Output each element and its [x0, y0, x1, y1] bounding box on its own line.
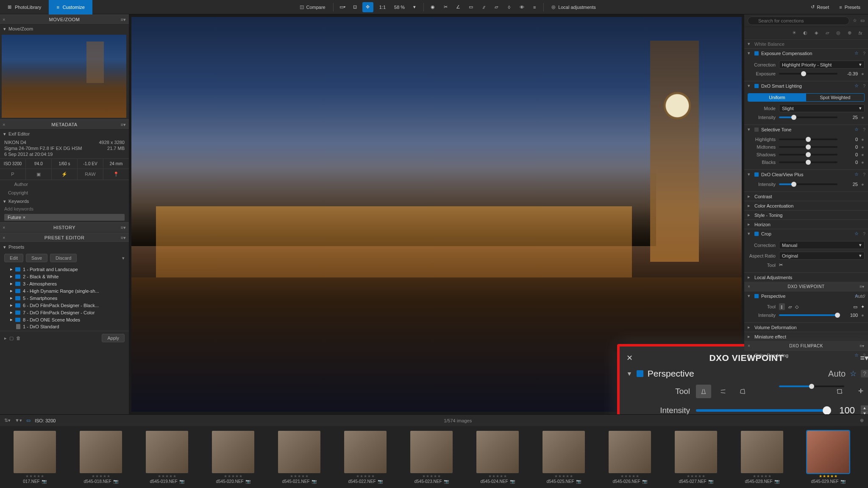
favorite-icon[interactable]: ☆: [854, 231, 859, 236]
rendering-intensity-slider[interactable]: [779, 385, 844, 387]
reset-icon[interactable]: ●: [861, 71, 865, 76]
remove-tag-icon[interactable]: ×: [23, 215, 25, 220]
keywords-header[interactable]: ▾Keywords: [0, 197, 129, 205]
highlights-slider[interactable]: [779, 139, 837, 140]
smart-lighting-header[interactable]: ▾DxO Smart Lighting☆?: [744, 81, 868, 90]
presets-button[interactable]: ≡Presets: [835, 2, 865, 12]
thumbnail[interactable]: ★★★★★d545-019.NEF📷: [136, 431, 198, 484]
horizon-tool-icon[interactable]: ∠: [453, 2, 464, 12]
favorite-icon[interactable]: ☆: [854, 83, 859, 89]
close-icon[interactable]: ×: [3, 122, 6, 127]
lighting-mode-segment[interactable]: UniformSpot Weighted: [748, 93, 865, 102]
step-down[interactable]: ▼: [861, 411, 868, 415]
preset-folder[interactable]: ▸1 - Portrait and Landscape: [4, 266, 125, 273]
color-rendering-header[interactable]: ▾Color Rendering☆?: [744, 350, 868, 360]
crop-tool-icon[interactable]: ✂: [440, 2, 451, 12]
perspective-tool-3[interactable]: ◇: [795, 304, 798, 310]
wb-picker-icon[interactable]: ◉: [427, 2, 438, 12]
filmstrip[interactable]: ★★★★★017.NEF📷 ★★★★★d545-018.NEF📷 ★★★★★d5…: [0, 426, 868, 488]
iso-filter-icon[interactable]: ▭: [26, 418, 31, 423]
preset-folder[interactable]: ▸3 - Atmospheres: [4, 280, 125, 287]
volume-deformation-header[interactable]: ▸Volume Deformation: [744, 322, 868, 332]
perspective-tool-2[interactable]: ▱: [788, 304, 792, 310]
fx-panel-icon[interactable]: fx: [856, 30, 865, 36]
force-horizontal-tool[interactable]: [715, 385, 731, 398]
close-icon[interactable]: ×: [3, 235, 6, 240]
thumbnail[interactable]: ★★★★★d545-020.NEF📷: [202, 431, 264, 484]
panel-menu-icon[interactable]: ≡▾: [121, 17, 126, 22]
perspective-section-header[interactable]: ▼ Perspective Auto ☆ ?: [626, 364, 868, 381]
thumbnail[interactable]: ★★★★★d545-026.NEF📷: [598, 431, 661, 484]
thumbnail[interactable]: ★★★★★d545-025.NEF📷: [532, 431, 595, 484]
light-panel-icon[interactable]: ☀: [790, 30, 798, 36]
help-icon[interactable]: ?: [863, 294, 865, 299]
presets-subheader[interactable]: ▾Presets: [0, 243, 129, 251]
detail-panel-icon[interactable]: ◈: [812, 30, 821, 36]
local-adjustments-button[interactable]: ◎Local adjustments: [547, 2, 600, 12]
color-panel-icon[interactable]: ◐: [801, 30, 810, 36]
checkbox-on[interactable]: [754, 172, 759, 177]
color-accentuation-header[interactable]: ▸Color Accentuation: [744, 201, 868, 210]
favorite-icon[interactable]: ☆: [854, 293, 859, 299]
new-folder-icon[interactable]: ▢: [9, 336, 14, 341]
thumbnail[interactable]: ★★★★★d545-028.NEF📷: [731, 431, 793, 484]
aspect-ratio-dropdown[interactable]: Original▾: [779, 252, 865, 260]
photolibrary-tab[interactable]: ⊞ PhotoLibrary: [0, 0, 49, 14]
exposure-slider[interactable]: [779, 73, 837, 75]
redeye-tool-icon[interactable]: 👁: [516, 2, 527, 12]
checkbox-on[interactable]: [637, 370, 643, 377]
help-icon[interactable]: ?: [863, 83, 865, 89]
keywords-input[interactable]: [4, 206, 125, 211]
repair-tool-icon[interactable]: ◊: [504, 2, 515, 12]
perspective-tool-1[interactable]: ⫿: [779, 303, 785, 310]
edit-button[interactable]: Edit: [4, 254, 23, 262]
white-balance-header[interactable]: ▾White Balance: [744, 39, 868, 48]
watermark-panel-icon[interactable]: ⊕: [845, 30, 854, 36]
help-icon[interactable]: ?: [863, 127, 865, 132]
crop-mode-icon[interactable]: ▭: [853, 304, 857, 310]
exposure-comp-header[interactable]: ▾Exposure Compensation☆?: [744, 48, 868, 58]
favorite-filter-icon[interactable]: ☆: [853, 18, 857, 23]
dropdown-icon[interactable]: ▾: [122, 255, 125, 261]
auto-magic-icon[interactable]: ✦: [861, 304, 865, 310]
move-zoom-subheader[interactable]: ▾Move/Zoom: [0, 25, 129, 33]
preset-folder[interactable]: ▸4 - High Dynamic Range (single-sh...: [4, 287, 125, 294]
help-icon[interactable]: ?: [861, 370, 868, 377]
preset-folder[interactable]: ▸7 - DxO FilmPack Designer - Color: [4, 309, 125, 316]
selective-tone-header[interactable]: ▾Selective Tone☆?: [744, 125, 868, 134]
rectangle-tool-icon[interactable]: ▱: [491, 2, 502, 12]
local-adjustments-header[interactable]: ▸Local Adjustments: [744, 272, 868, 282]
close-icon[interactable]: ×: [748, 284, 750, 289]
auto-magic-icon[interactable]: [853, 385, 868, 398]
close-icon[interactable]: ×: [748, 344, 750, 348]
thumbnail[interactable]: ★★★★★d545-022.NEF📷: [334, 431, 397, 484]
horizon-header[interactable]: ▸Horizon: [744, 219, 868, 229]
thumbnail-selected[interactable]: ★★★★★d545-029.NEF📷: [797, 431, 860, 484]
add-icon[interactable]: ⊕: [860, 418, 864, 423]
filter-icon[interactable]: ▼▾: [15, 418, 22, 423]
geometry-panel-icon[interactable]: ▱: [823, 30, 832, 36]
trash-icon[interactable]: 🗑: [16, 336, 21, 341]
move-tool-button[interactable]: ✥: [362, 2, 373, 12]
favorite-icon[interactable]: ☆: [854, 172, 859, 177]
navigator-thumbnail[interactable]: [2, 35, 126, 118]
thumbnail[interactable]: ★★★★★d545-023.NEF📷: [400, 431, 463, 484]
compare-button[interactable]: ◫Compare: [295, 2, 330, 12]
panel-menu-icon[interactable]: ≡▾: [860, 284, 865, 289]
help-icon[interactable]: ?: [863, 353, 865, 358]
fit-button[interactable]: ⊡: [350, 2, 361, 12]
panel-menu-icon[interactable]: ≡▾: [121, 235, 126, 241]
mode-dropdown[interactable]: Slight▾: [779, 104, 865, 112]
perspective-tool-icon[interactable]: ▭: [465, 2, 476, 12]
close-icon[interactable]: ×: [3, 225, 6, 230]
help-icon[interactable]: ?: [863, 231, 865, 236]
thumbnail[interactable]: ★★★★★d545-021.NEF📷: [268, 431, 331, 484]
miniature-effect-header[interactable]: ▸Miniature effect: [744, 332, 868, 341]
checkbox-on[interactable]: [754, 51, 759, 55]
preset-folder[interactable]: ▸5 - Smartphones: [4, 294, 125, 302]
shadows-slider[interactable]: [779, 154, 837, 155]
auto-button[interactable]: Auto: [828, 369, 846, 379]
customize-tab[interactable]: ≡ Customize: [49, 0, 92, 14]
intensity-slider[interactable]: [779, 116, 837, 118]
export-preset-icon[interactable]: ▸: [4, 336, 7, 341]
